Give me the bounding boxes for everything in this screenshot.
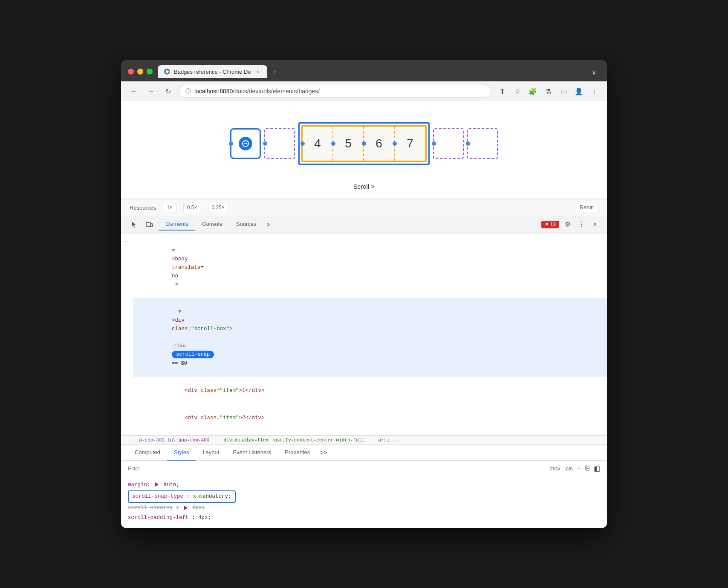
cls-button[interactable]: .cls — [564, 465, 573, 472]
tab-console[interactable]: Console — [195, 218, 229, 231]
scroll-box-items: 4 5 6 7 — [301, 125, 427, 162]
breadcrumb-class3[interactable]: arti — [378, 438, 390, 443]
breadcrumb-class2[interactable]: div.display-flex.justify-content-center.… — [223, 438, 364, 443]
snap-dot-9 — [466, 141, 470, 146]
forward-button[interactable]: → — [145, 85, 157, 97]
speed-1x-button[interactable]: 1× — [163, 203, 176, 212]
cursor-tool-icon[interactable] — [128, 219, 140, 231]
extension-icon[interactable]: 🧩 — [527, 85, 539, 97]
dom-gutter: … — [121, 233, 133, 435]
scroll-item-4: 4 — [303, 127, 333, 161]
address-bar: ← → ↻ ⓘ localhost:8080/docs/devtools/ele… — [121, 81, 607, 101]
back-button[interactable]: ← — [128, 85, 140, 97]
tab-close-icon[interactable]: × — [254, 68, 261, 75]
new-tab-button[interactable]: + — [269, 66, 281, 78]
scroll-snap-badge[interactable]: scroll-snap — [172, 351, 214, 358]
minimize-button[interactable] — [137, 69, 143, 75]
add-style-button[interactable]: + — [577, 464, 581, 472]
dom-translate-attr: translate — [172, 265, 201, 271]
active-tab[interactable]: Badges reference - Chrome De × — [158, 65, 267, 78]
filter-label: Filter — [128, 465, 140, 472]
tab-sources[interactable]: Sources — [229, 218, 263, 231]
dom-line-item2: <div class="item">2</div> — [133, 404, 607, 432]
tab-computed[interactable]: Computed — [128, 445, 167, 461]
flex-badge[interactable]: flex — [172, 343, 187, 349]
dom-div-tag: <div — [172, 317, 188, 323]
breadcrumb-class1[interactable]: p-top-300.lg\:gap-top-400 — [139, 438, 209, 443]
device-emulation-icon[interactable] — [143, 219, 155, 231]
speed-05x-button[interactable]: 0.5× — [183, 203, 201, 212]
tabs-row: Badges reference - Chrome De × + ∨ — [158, 65, 600, 78]
css-margin-val: auto; — [164, 482, 180, 488]
devtools-tabs: Elements Console Sources » — [159, 218, 538, 231]
rerun-button[interactable]: Rerun — [575, 203, 598, 212]
tab-more-props-icon[interactable]: >> — [317, 445, 330, 460]
bookmark-icon[interactable]: ☆ — [511, 85, 523, 97]
more-options-icon[interactable]: ⋮ — [576, 219, 586, 230]
tab-more-icon[interactable]: » — [263, 218, 274, 231]
tab-favicon — [164, 68, 170, 75]
tab-styles[interactable]: Styles — [167, 445, 196, 461]
css-scroll-padding-left-val: 4px; — [198, 515, 211, 521]
speed-025x-button[interactable]: 0.25× — [208, 203, 228, 212]
tab-event-listeners[interactable]: Event Listeners — [226, 445, 278, 461]
elements-panel: … ▼ <body translate= no > ▼ <div class="… — [121, 233, 607, 435]
scroll-container-highlight: 4 5 6 7 — [298, 122, 430, 165]
scroll-item-9 — [467, 128, 498, 159]
filter-input[interactable] — [145, 465, 545, 472]
browser-content: 4 5 6 7 — [121, 101, 607, 527]
snap-dot-8 — [432, 141, 436, 146]
reload-button[interactable]: ↻ — [162, 85, 174, 97]
css-scroll-padding-rule: scroll-padding : 8px; — [128, 504, 600, 513]
dom-line-item1: <div class="item">1</div> — [133, 377, 607, 404]
snap-dot-2 — [263, 141, 267, 146]
maximize-button[interactable] — [147, 69, 153, 75]
dom-body-tag: <body — [172, 256, 191, 262]
css-scroll-padding-val: 8px; — [192, 505, 205, 511]
close-devtools-icon[interactable]: × — [590, 219, 600, 230]
hov-button[interactable]: :hov — [550, 465, 560, 472]
flask-icon[interactable]: ⚗ — [542, 85, 554, 97]
dom-line-body: ▼ <body translate= no > — [133, 237, 607, 298]
error-x-icon: ✕ — [545, 222, 549, 227]
browser-window: Badges reference - Chrome De × + ∨ ← → ↻… — [121, 60, 607, 527]
devtools-right: ✕ 13 ⚙ ⋮ × — [541, 219, 600, 230]
snap-dot-1 — [229, 141, 233, 146]
title-bar: Badges reference - Chrome De × + ∨ — [121, 60, 607, 81]
tab-chevron-icon[interactable]: ∨ — [588, 66, 600, 78]
ellipsis-1: … — [124, 237, 133, 243]
tab-title: Badges reference - Chrome De — [174, 69, 251, 75]
snap-dot-7 — [393, 141, 397, 146]
sidebar-toggle-icon[interactable]: ◧ — [594, 464, 600, 473]
address-field[interactable]: ⓘ localhost:8080/docs/devtools/elements/… — [179, 85, 491, 98]
tablet-icon[interactable]: ▭ — [558, 85, 569, 97]
preview-area: 4 5 6 7 — [121, 101, 607, 199]
css-scroll-padding-left-rule: scroll-padding-left : 4px; — [128, 513, 600, 522]
copy-styles-icon[interactable]: ⎘ — [585, 464, 589, 472]
tab-layout[interactable]: Layout — [196, 445, 226, 461]
snap-dot-5 — [331, 141, 335, 146]
scroll-item-icon — [230, 128, 261, 159]
tab-properties[interactable]: Properties — [278, 445, 317, 461]
scroll-icon — [239, 137, 252, 150]
animation-controls: Resources 1× 0.5× 0.25× Rerun — [121, 199, 607, 216]
more-icon[interactable]: ⋮ — [588, 85, 600, 97]
tab-elements[interactable]: Elements — [159, 218, 195, 231]
scroll-item-5: 5 — [333, 127, 364, 161]
css-panel: margin: auto; scroll-snap-type : x manda… — [121, 476, 607, 528]
toolbar-icons: ⬆ ☆ 🧩 ⚗ ▭ 👤 ⋮ — [496, 85, 600, 97]
preview-scene: 4 5 6 7 — [138, 110, 590, 178]
close-button[interactable] — [128, 69, 134, 75]
breadcrumb-start-dots: ... — [128, 438, 139, 443]
css-margin-triangle — [155, 482, 159, 487]
url-host: localhost:8080 — [194, 88, 233, 95]
breadcrumb-end-dots: ... — [393, 438, 401, 443]
profile-icon[interactable]: 👤 — [573, 85, 585, 97]
css-scroll-padding-triangle — [184, 506, 188, 510]
share-icon[interactable]: ⬆ — [496, 85, 508, 97]
url-path: /docs/devtools/elements/badges/ — [233, 88, 320, 95]
settings-gear-icon[interactable]: ⚙ — [563, 219, 573, 230]
dom-line-scrollbox[interactable]: ▼ <div class="scroll-box"> flex scroll-s… — [133, 298, 607, 377]
scroll-item-2 — [264, 128, 295, 159]
dom-tree: ▼ <body translate= no > ▼ <div class="sc… — [133, 233, 607, 435]
